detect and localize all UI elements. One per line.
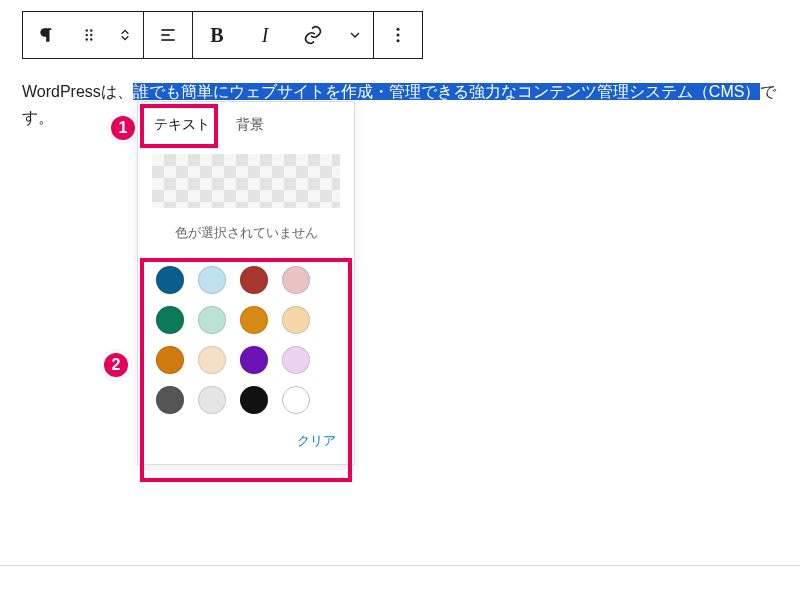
footer-divider — [0, 565, 800, 566]
color-swatch-9[interactable] — [198, 346, 226, 374]
color-swatch-2[interactable] — [240, 266, 268, 294]
color-swatch-5[interactable] — [198, 306, 226, 334]
toolbar-group-format: B I — [192, 12, 373, 58]
block-options-button[interactable] — [374, 12, 422, 58]
color-swatch-13[interactable] — [198, 386, 226, 414]
toolbar-group-options — [373, 12, 422, 58]
color-swatch-6[interactable] — [240, 306, 268, 334]
tab-background-color[interactable]: 背景 — [234, 110, 266, 144]
more-richtext-button[interactable] — [337, 12, 373, 58]
link-button[interactable] — [289, 12, 337, 58]
more-vertical-icon — [388, 25, 408, 45]
color-swatch-0[interactable] — [156, 266, 184, 294]
annotation-badge-1: 1 — [108, 113, 138, 143]
pilcrow-icon — [37, 25, 57, 45]
block-toolbar: B I — [22, 11, 423, 59]
svg-point-0 — [86, 29, 88, 31]
toolbar-group-align — [143, 12, 192, 58]
tab-text-color[interactable]: テキスト — [152, 110, 212, 144]
color-swatch-7[interactable] — [282, 306, 310, 334]
drag-handle-button[interactable] — [71, 12, 107, 58]
text-before-selection: WordPressは、 — [22, 83, 133, 100]
color-swatch-4[interactable] — [156, 306, 184, 334]
svg-point-11 — [397, 39, 400, 42]
color-swatch-1[interactable] — [198, 266, 226, 294]
align-left-icon — [158, 25, 178, 45]
svg-point-1 — [90, 29, 92, 31]
svg-point-9 — [397, 28, 400, 31]
svg-point-3 — [90, 34, 92, 36]
block-type-button[interactable] — [23, 12, 71, 58]
selected-text: 誰でも簡単にウェブサイトを作成・管理できる強力なコンテンツ管理システム（CMS） — [133, 83, 761, 100]
color-swatch-grid — [138, 260, 354, 428]
color-preview-checkerboard — [152, 154, 340, 208]
link-icon — [302, 24, 324, 46]
italic-button[interactable]: I — [241, 12, 289, 58]
color-swatch-12[interactable] — [156, 386, 184, 414]
svg-point-4 — [86, 38, 88, 40]
align-button[interactable] — [144, 12, 192, 58]
color-swatch-11[interactable] — [282, 346, 310, 374]
color-swatch-3[interactable] — [282, 266, 310, 294]
chevron-down-icon — [347, 27, 363, 43]
color-swatch-10[interactable] — [240, 346, 268, 374]
svg-point-2 — [86, 34, 88, 36]
drag-handle-icon — [80, 26, 98, 44]
color-popover: テキスト 背景 色が選択されていません クリア — [137, 101, 355, 465]
annotation-badge-2: 2 — [101, 350, 131, 380]
color-tabs: テキスト 背景 — [138, 102, 354, 144]
move-updown-button[interactable] — [107, 12, 143, 58]
no-color-message: 色が選択されていません — [138, 212, 354, 260]
chevrons-vertical-icon — [117, 25, 133, 45]
svg-point-10 — [397, 34, 400, 37]
color-swatch-8[interactable] — [156, 346, 184, 374]
clear-row: クリア — [138, 428, 354, 464]
custom-color-swatch[interactable] — [282, 386, 310, 414]
svg-point-5 — [90, 38, 92, 40]
color-preview-wrap — [138, 144, 354, 212]
toolbar-group-block — [23, 12, 143, 58]
color-swatch-14[interactable] — [240, 386, 268, 414]
clear-color-link[interactable]: クリア — [297, 433, 336, 448]
bold-button[interactable]: B — [193, 12, 241, 58]
